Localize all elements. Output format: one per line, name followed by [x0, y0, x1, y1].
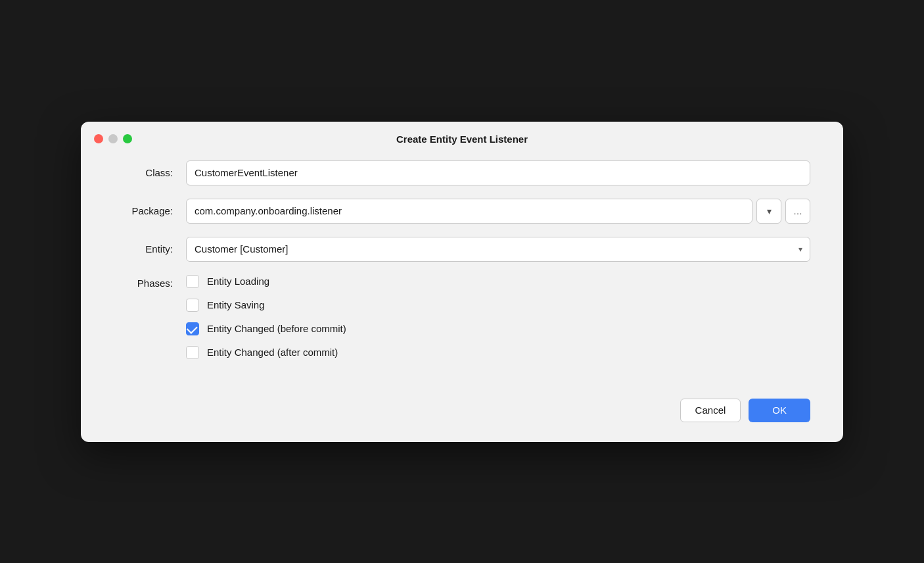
phase-item-entity-saving: Entity Saving: [186, 299, 346, 312]
dialog-create-entity-event-listener: Create Entity Event Listener Class: Pack…: [81, 122, 843, 442]
entity-select-wrapper: Customer [Customer] ▾: [186, 237, 810, 262]
dialog-content: Class: Package: ▾ … Entity: Customer [Cu…: [81, 154, 843, 392]
phase-checkbox-entity-loading[interactable]: [186, 275, 199, 288]
phase-label-entity-changed-after: Entity Changed (after commit): [207, 347, 338, 358]
ellipsis-icon: …: [793, 206, 802, 216]
class-input[interactable]: [186, 160, 810, 185]
window-controls: [94, 134, 132, 143]
minimize-button[interactable]: [108, 134, 118, 143]
phase-item-entity-changed-after: Entity Changed (after commit): [186, 346, 346, 359]
package-controls: ▾ …: [186, 199, 810, 224]
phases-row: Phases: Entity Loading Entity Saving Ent…: [114, 275, 810, 359]
phase-item-entity-loading: Entity Loading: [186, 275, 346, 288]
chevron-down-icon: ▾: [767, 206, 772, 216]
phases-list: Entity Loading Entity Saving Entity Chan…: [186, 275, 346, 359]
package-label: Package:: [114, 205, 173, 216]
phase-checkbox-entity-saving[interactable]: [186, 299, 199, 312]
package-input[interactable]: [186, 199, 752, 224]
cancel-button[interactable]: Cancel: [680, 399, 741, 422]
close-button[interactable]: [94, 134, 103, 143]
package-row: Package: ▾ …: [114, 199, 810, 224]
package-dropdown-button[interactable]: ▾: [756, 199, 781, 224]
dialog-title: Create Entity Event Listener: [396, 134, 528, 145]
package-browse-button[interactable]: …: [785, 199, 810, 224]
ok-button[interactable]: OK: [749, 399, 810, 422]
entity-label: Entity:: [114, 243, 173, 255]
phases-label: Phases:: [114, 275, 173, 289]
phase-label-entity-loading: Entity Loading: [207, 276, 269, 287]
phase-label-entity-saving: Entity Saving: [207, 299, 265, 310]
class-label: Class:: [114, 167, 173, 178]
phase-label-entity-changed-before: Entity Changed (before commit): [207, 323, 346, 334]
phase-checkbox-entity-changed-after[interactable]: [186, 346, 199, 359]
phase-checkbox-entity-changed-before[interactable]: [186, 322, 199, 335]
entity-select[interactable]: Customer [Customer]: [186, 237, 810, 262]
title-bar: Create Entity Event Listener: [81, 122, 843, 154]
phase-item-entity-changed-before: Entity Changed (before commit): [186, 322, 346, 335]
maximize-button[interactable]: [123, 134, 132, 143]
dialog-footer: Cancel OK: [81, 392, 843, 442]
class-row: Class:: [114, 160, 810, 185]
entity-row: Entity: Customer [Customer] ▾: [114, 237, 810, 262]
